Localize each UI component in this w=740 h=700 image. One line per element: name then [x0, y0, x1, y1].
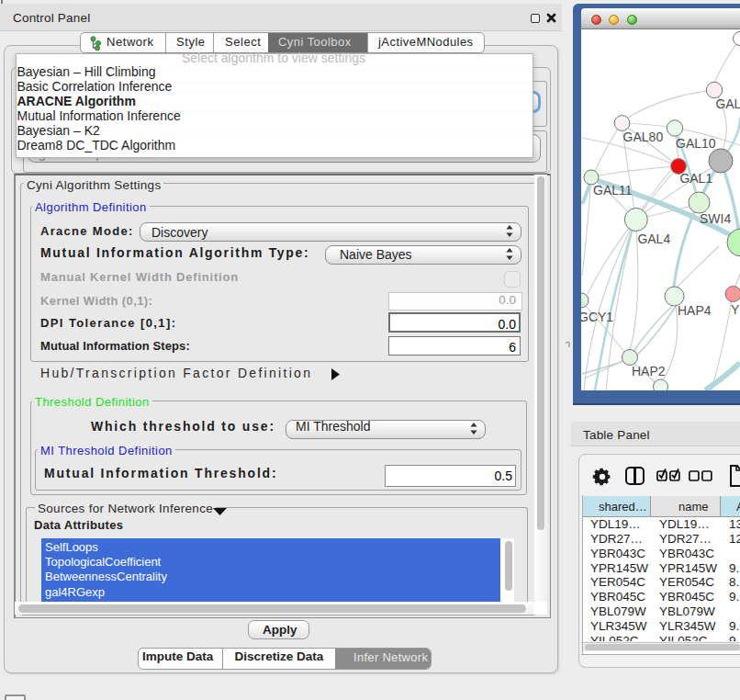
svg-text:HAP4: HAP4 [678, 303, 712, 318]
svg-text:GCY1: GCY1 [581, 310, 613, 324]
svg-text:GAL: GAL [715, 96, 740, 111]
svg-text:HAP2: HAP2 [632, 364, 666, 378]
svg-text:GAL11: GAL11 [593, 183, 633, 198]
svg-text:GAL10: GAL10 [676, 136, 716, 151]
svg-text:GAL4: GAL4 [637, 231, 670, 246]
svg-text:Y: Y [731, 302, 740, 317]
svg-text:GAL80: GAL80 [623, 130, 664, 144]
svg-text:GAL1: GAL1 [679, 171, 712, 186]
svg-text:SWI4: SWI4 [700, 211, 731, 226]
